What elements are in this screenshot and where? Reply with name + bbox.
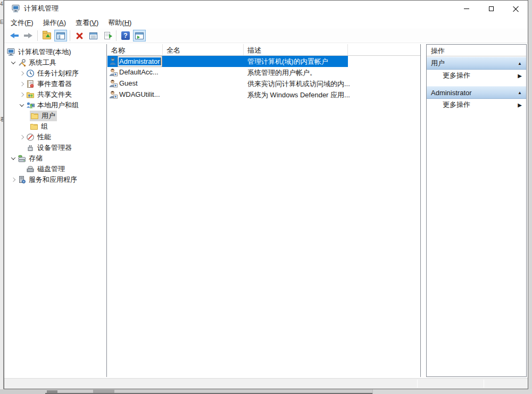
toolbar bbox=[4, 29, 528, 43]
more-actions-administrator[interactable]: 更多操作 bbox=[427, 99, 526, 111]
minimize-icon bbox=[464, 9, 469, 9]
chevron-collapsed-icon[interactable] bbox=[18, 136, 26, 139]
menu-action[interactable]: 操作(A) bbox=[38, 17, 71, 29]
console-tree-panel: 计算机管理(本地) 系统工具 任务计划程序 事件查看器 共享文件夹 bbox=[4, 44, 107, 377]
tree-item-disk-management[interactable]: 磁盘管理 bbox=[4, 164, 106, 174]
titlebar[interactable]: 计算机管理 bbox=[4, 1, 528, 16]
delete-x-icon bbox=[76, 32, 83, 39]
chevron-expanded-icon[interactable] bbox=[18, 104, 26, 107]
list-header: 名称 全名 描述 bbox=[107, 44, 420, 56]
computer-icon bbox=[7, 48, 15, 56]
tree-item-task-scheduler[interactable]: 任务计划程序 bbox=[4, 68, 106, 79]
tree-item-event-viewer[interactable]: 事件查看器 bbox=[4, 79, 106, 89]
help-button[interactable] bbox=[119, 30, 132, 41]
tree-item-performance[interactable]: 性能 bbox=[4, 132, 106, 142]
collapse-triangle-up-icon[interactable] bbox=[518, 90, 522, 95]
tree-item-computer-management[interactable]: 计算机管理(本地) bbox=[4, 47, 106, 57]
tree-item-shared-folders[interactable]: 共享文件夹 bbox=[4, 89, 106, 100]
background-text-fragment: 看 bbox=[0, 116, 4, 123]
list-row-administrator[interactable]: 管理计算机(域)的内置帐户 Administrator bbox=[107, 56, 348, 67]
tree-item-local-users-and-groups[interactable]: 本地用户和组 bbox=[4, 100, 106, 111]
chevron-collapsed-icon[interactable] bbox=[18, 93, 26, 96]
actions-section-users[interactable]: 用户 bbox=[427, 57, 526, 70]
toolbar-separator bbox=[37, 30, 38, 41]
up-folder-icon bbox=[43, 32, 51, 39]
back-arrow-icon bbox=[10, 33, 19, 38]
user-account-icon bbox=[109, 57, 118, 65]
actions-panel: 操作 用户 更多操作 Administrator 更多操作 bbox=[426, 44, 527, 377]
row-description: 供来宾访问计算机或访问域的内... bbox=[247, 79, 350, 89]
list-row-wdagutilityaccount[interactable]: WDAGUtilit... 系统为 Windows Defender 应用... bbox=[107, 89, 420, 100]
up-one-level-button[interactable] bbox=[40, 30, 53, 41]
user-account-disabled-icon bbox=[109, 68, 118, 77]
statusbar-divider bbox=[417, 380, 418, 388]
local-users-groups-icon bbox=[26, 101, 35, 110]
chevron-collapsed-icon[interactable] bbox=[9, 178, 18, 181]
column-header-empty bbox=[348, 44, 420, 55]
list-row-defaultaccount[interactable]: DefaultAcc... 系统管理的用户帐户。 bbox=[107, 67, 420, 78]
services-applications-icon bbox=[18, 175, 26, 184]
chevron-collapsed-icon[interactable] bbox=[18, 72, 26, 75]
maximize-icon bbox=[489, 6, 494, 11]
row-description: 系统管理的用户帐户。 bbox=[247, 68, 317, 78]
forward-arrow-icon bbox=[24, 33, 32, 38]
toolbar-separator bbox=[116, 30, 117, 41]
menubar: 文件(F) 操作(A) 查看(V) 帮助(H) bbox=[4, 16, 528, 29]
actions-pane-title: 操作 bbox=[427, 45, 526, 56]
list-row-guest[interactable]: Guest 供来宾访问计算机或访问域的内... bbox=[107, 78, 420, 89]
show-console-tree-button[interactable] bbox=[54, 30, 67, 41]
background-text-fragment: 4 bbox=[0, 1, 3, 7]
tree-item-groups[interactable]: 组 bbox=[4, 121, 106, 132]
rename-edit-box[interactable]: Administrator bbox=[118, 56, 162, 67]
statusbar bbox=[4, 378, 528, 389]
menu-help[interactable]: 帮助(H) bbox=[103, 17, 136, 29]
window-title: 计算机管理 bbox=[24, 4, 59, 13]
properties-window-icon bbox=[89, 32, 97, 39]
column-header-description[interactable]: 描述 bbox=[244, 44, 348, 55]
user-account-disabled-icon bbox=[109, 79, 118, 88]
system-tools-icon bbox=[18, 58, 26, 67]
maximize-button[interactable] bbox=[479, 1, 503, 16]
tree-item-services-and-applications[interactable]: 服务和应用程序 bbox=[4, 174, 106, 185]
background-window-sliver: 4 E 看 bbox=[0, 0, 4, 389]
row-description: 管理计算机(域)的内置帐户 bbox=[247, 57, 328, 66]
actions-section-administrator[interactable]: Administrator bbox=[427, 86, 526, 99]
show-action-pane-button[interactable] bbox=[133, 30, 146, 41]
task-scheduler-clock-icon bbox=[26, 69, 35, 78]
forward-button[interactable] bbox=[22, 30, 35, 41]
chevron-expanded-icon[interactable] bbox=[9, 157, 18, 160]
close-button[interactable] bbox=[503, 1, 528, 16]
computer-icon bbox=[12, 4, 20, 13]
background-segment bbox=[372, 389, 532, 394]
tree-item-device-manager[interactable]: 设备管理器 bbox=[4, 142, 106, 153]
storage-drives-icon bbox=[18, 154, 26, 163]
tree-item-users[interactable]: 用户 bbox=[4, 111, 106, 121]
collapse-triangle-up-icon[interactable] bbox=[518, 61, 522, 66]
tree-item-storage[interactable]: 存储 bbox=[4, 153, 106, 164]
menu-file[interactable]: 文件(F) bbox=[6, 17, 38, 29]
properties-button[interactable] bbox=[87, 30, 99, 41]
export-list-button[interactable] bbox=[101, 30, 113, 41]
delete-button[interactable] bbox=[73, 30, 86, 41]
chevron-collapsed-icon[interactable] bbox=[18, 82, 26, 86]
selected-tree-item-highlight: 用户 bbox=[30, 111, 57, 121]
column-header-name[interactable]: 名称 bbox=[107, 44, 163, 55]
event-viewer-log-icon bbox=[26, 80, 35, 88]
help-question-icon bbox=[121, 31, 130, 40]
minimize-button[interactable] bbox=[454, 1, 479, 16]
menu-view[interactable]: 查看(V) bbox=[71, 17, 103, 29]
row-name: WDAGUtilit... bbox=[119, 90, 160, 98]
performance-gauge-icon bbox=[26, 133, 35, 141]
back-button[interactable] bbox=[8, 30, 21, 41]
background-text-fragment: E bbox=[0, 19, 4, 25]
chevron-expanded-icon[interactable] bbox=[9, 61, 18, 64]
column-header-fullname[interactable]: 全名 bbox=[163, 44, 244, 55]
submenu-triangle-right-icon bbox=[518, 102, 522, 108]
close-icon bbox=[513, 6, 519, 12]
more-actions-users[interactable]: 更多操作 bbox=[427, 70, 526, 81]
tree-item-system-tools[interactable]: 系统工具 bbox=[4, 57, 106, 68]
selected-text: Administrator bbox=[119, 57, 161, 65]
content-area: 计算机管理(本地) 系统工具 任务计划程序 事件查看器 共享文件夹 bbox=[4, 43, 528, 378]
user-list-panel: 名称 全名 描述 管理计算机(域)的内置帐户 Administrator Def… bbox=[107, 44, 421, 377]
text-caret bbox=[161, 57, 161, 65]
